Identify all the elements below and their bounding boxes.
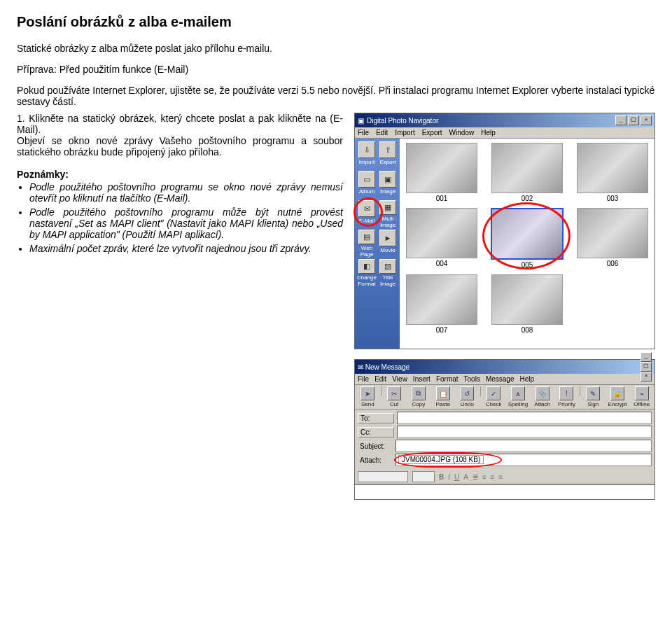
menu-view[interactable]: View	[392, 375, 407, 383]
close-button[interactable]: ×	[640, 372, 652, 382]
toolbar-attach[interactable]: 📎Attach	[531, 386, 554, 407]
attach-label: Attach:	[358, 456, 393, 465]
message-body[interactable]	[355, 484, 654, 499]
size-select[interactable]	[412, 471, 435, 482]
bullets-button[interactable]: ≣	[472, 473, 478, 481]
toolbar-undo[interactable]: ↺Undo	[456, 386, 479, 407]
step-number: 1.	[17, 113, 25, 124]
header-fields: To: Cc: Subject: Attach: JVM00004.JPG (1…	[355, 410, 654, 470]
minimize-button[interactable]: _	[615, 115, 626, 125]
thumbnail[interactable]: 008	[489, 274, 565, 334]
to-field[interactable]	[397, 412, 652, 424]
toolbar-copy[interactable]: ⧉Copy	[407, 386, 430, 407]
menu-edit[interactable]: Edit	[376, 129, 388, 136]
step-text-a: Klikněte na statický obrázek, který chce…	[17, 113, 343, 135]
menu-file[interactable]: File	[358, 129, 369, 136]
thumbnail[interactable]: 003	[575, 143, 650, 202]
thumbnail[interactable]: 001	[404, 143, 479, 202]
window-title: Digital Photo Navigator	[367, 117, 438, 125]
toolbar-offline[interactable]: ⌁Offline	[630, 386, 653, 407]
menu-edit[interactable]: Edit	[374, 375, 386, 383]
toolbar-paste[interactable]: 📋Paste	[431, 386, 454, 407]
preparation-line: Příprava: Před použitím funkce (E-Mail)	[17, 64, 655, 75]
tool-import[interactable]: ⇩Import	[358, 141, 376, 169]
menu-file[interactable]: File	[358, 375, 369, 383]
sidebar: ⇩Import ⇧Export ▭Album ▣Image ✉E-Mail ▦M…	[355, 139, 400, 349]
maximize-button[interactable]: ▢	[640, 362, 652, 372]
align-left-button[interactable]: ≡	[482, 473, 486, 481]
menu-insert[interactable]: Insert	[413, 375, 430, 383]
maximize-button[interactable]: ▢	[628, 115, 639, 125]
menubar: File Edit Import Export Window Help	[355, 127, 654, 139]
separator	[580, 386, 580, 396]
tool-change-format[interactable]: ◧Change Format	[358, 259, 376, 287]
titlebar: ✉ New Message _ ▢ ×	[355, 360, 654, 374]
toolbar-sign[interactable]: ✎Sign	[582, 386, 605, 407]
page-title: Poslání obrázků z alba e-mailem	[17, 14, 655, 30]
thumbnail-selected[interactable]: 005	[489, 208, 565, 269]
tool-title-image[interactable]: ▧Title Image	[379, 259, 397, 287]
menu-window[interactable]: Window	[449, 129, 475, 136]
attach-field[interactable]: JVM00004.JPG (108 KB)	[396, 454, 652, 466]
toolbar-encrypt[interactable]: 🔒Encrypt	[606, 386, 629, 407]
thumbnail[interactable]: 006	[575, 208, 650, 269]
prep-label: Příprava:	[17, 64, 57, 75]
window-title: New Message	[365, 363, 410, 371]
menu-import[interactable]: Import	[395, 129, 414, 136]
attachment-chip[interactable]: JVM00004.JPG (108 KB)	[398, 455, 484, 464]
toolbar-spelling[interactable]: ᴀSpelling	[507, 386, 530, 407]
toolbar: ➤Send ✂Cut ⧉Copy 📋Paste ↺Undo ✓Check ᴀSp…	[355, 385, 654, 410]
menu-message[interactable]: Message	[486, 375, 514, 383]
font-select[interactable]	[358, 471, 408, 482]
photo-navigator-window: ▣ Digital Photo Navigator _ ▢ × File Edi…	[354, 113, 655, 349]
tool-web-page[interactable]: ▤Web Page	[358, 230, 376, 258]
toolbar-check[interactable]: ✓Check	[482, 386, 505, 407]
separator	[381, 386, 382, 396]
tool-album[interactable]: ▭Album	[358, 171, 376, 199]
thumbnail-area: 001 002 003 004 005 006 007 008	[400, 139, 654, 349]
bold-button[interactable]: B	[439, 473, 444, 481]
minimize-button[interactable]: _	[640, 352, 652, 362]
subject-field[interactable]	[396, 440, 652, 452]
menubar: File Edit View Insert Format Tools Messa…	[355, 374, 654, 385]
color-button[interactable]: A	[463, 473, 468, 481]
step-1: 1. Klikněte na statický obrázek, který c…	[17, 113, 343, 158]
menu-tools[interactable]: Tools	[464, 375, 480, 383]
format-toolbar: B I U A ≣ ≡ ≡ ≡	[355, 470, 654, 484]
new-message-window: ✉ New Message _ ▢ × File Edit View Inser…	[354, 359, 655, 500]
thumbnail[interactable]: 007	[404, 274, 479, 334]
italic-button[interactable]: I	[448, 473, 450, 481]
tool-export[interactable]: ⇧Export	[379, 141, 397, 169]
menu-format[interactable]: Format	[436, 375, 458, 383]
thumbnail[interactable]: 004	[404, 208, 479, 269]
tool-movie[interactable]: ►Movie	[379, 230, 397, 258]
underline-button[interactable]: U	[454, 473, 459, 481]
menu-help[interactable]: Help	[519, 375, 534, 383]
note-item: Maximální počet zpráv, které lze vytvoři…	[29, 243, 343, 254]
align-right-button[interactable]: ≡	[499, 473, 503, 481]
note-item: Podle použitého poštovního programu může…	[29, 206, 343, 240]
cc-field[interactable]	[397, 426, 652, 438]
note-item: Podle použitého poštovního programu se o…	[29, 181, 343, 204]
intro-text: Statické obrázky z alba můžete poslat ja…	[17, 43, 655, 54]
menu-export[interactable]: Export	[422, 129, 442, 136]
cc-label[interactable]: Cc:	[358, 427, 394, 438]
to-label[interactable]: To:	[358, 413, 394, 424]
align-center-button[interactable]: ≡	[491, 473, 495, 481]
toolbar-send[interactable]: ➤Send	[356, 386, 379, 407]
tool-multi-image[interactable]: ▦Multi Image	[379, 200, 397, 228]
mail-icon: ✉	[358, 363, 363, 371]
toolbar-cut[interactable]: ✂Cut	[383, 386, 406, 407]
notes-list: Podle použitého poštovního programu se o…	[29, 181, 343, 254]
close-button[interactable]: ×	[640, 115, 652, 125]
toolbar-priority[interactable]: !Priority	[555, 386, 578, 407]
prep-paragraph: Pokud používáte Internet Explorer, ujist…	[17, 85, 655, 107]
step-text-b: Objeví se okno nové zprávy Vašeho poštov…	[17, 135, 343, 158]
prep-text: Před použitím funkce (E-Mail)	[57, 64, 188, 75]
menu-help[interactable]: Help	[481, 129, 496, 136]
thumbnail[interactable]: 002	[489, 143, 565, 202]
separator	[480, 386, 481, 396]
tool-image[interactable]: ▣Image	[379, 171, 397, 199]
subject-label: Subject:	[358, 442, 393, 451]
tool-email[interactable]: ✉E-Mail	[358, 200, 376, 228]
